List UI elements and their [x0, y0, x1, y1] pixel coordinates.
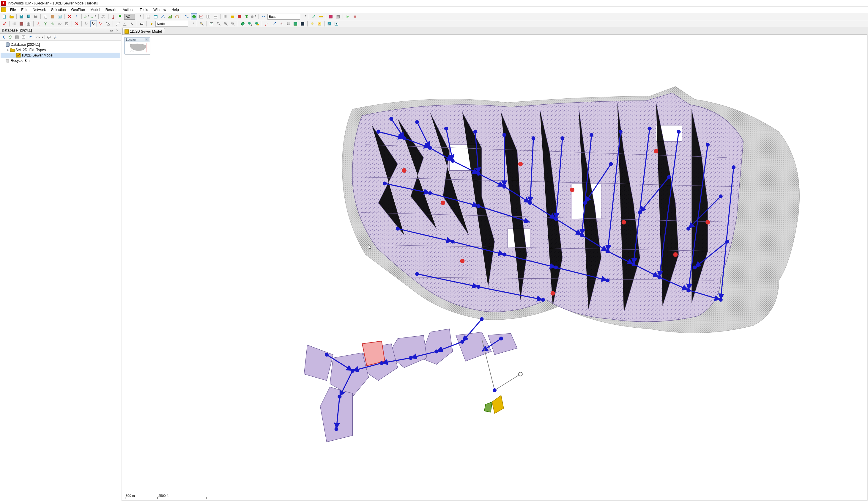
flag-dropdown[interactable] [135, 13, 142, 20]
cut-tool-button[interactable] [100, 13, 107, 20]
document-tab[interactable]: 1D/2D Sewer Model [122, 28, 165, 34]
dissolve-button[interactable] [56, 21, 63, 27]
tree-recycle[interactable]: Recycle Bin [1, 58, 120, 63]
paste-button[interactable] [49, 13, 56, 20]
map-toggle-button[interactable] [191, 13, 197, 20]
globe-button[interactable] [239, 21, 246, 27]
menu-window[interactable]: Window [151, 7, 169, 12]
menu-help[interactable]: Help [169, 7, 181, 12]
save-button[interactable] [18, 13, 25, 20]
check-tool-button[interactable] [18, 21, 25, 27]
undo-history-button[interactable] [56, 13, 63, 20]
light-button[interactable] [309, 21, 316, 27]
sheet-icon[interactable] [14, 34, 20, 40]
newwindow-button[interactable] [152, 13, 159, 20]
layout-a-button[interactable] [205, 13, 211, 20]
menu-model[interactable]: Model [88, 7, 102, 12]
panel-close-icon[interactable]: ✕ [115, 29, 119, 32]
menu-actions[interactable]: Actions [120, 7, 137, 12]
locator-window[interactable]: Locator ✕ [124, 37, 150, 54]
panel-pin-icon[interactable]: ▭ [109, 29, 113, 32]
graph-button[interactable] [198, 13, 204, 20]
select-rect-button[interactable] [105, 21, 111, 27]
undo-button[interactable] [83, 13, 90, 20]
menu-edit[interactable]: Edit [19, 7, 30, 12]
new-button[interactable] [1, 13, 8, 20]
dashed-icon[interactable] [222, 13, 228, 20]
binoculars-icon[interactable] [35, 34, 41, 40]
stop-sim-button[interactable] [351, 13, 358, 20]
print-button[interactable] [32, 13, 39, 20]
network-button[interactable] [184, 13, 190, 20]
import-button[interactable] [333, 21, 340, 27]
collapse-icon[interactable]: ⊟ [7, 49, 10, 51]
locator-close-icon[interactable]: ✕ [145, 38, 149, 41]
help-cursor-button[interactable]: ? [73, 13, 80, 20]
redo-button[interactable] [90, 13, 97, 20]
list-icon[interactable] [21, 34, 26, 40]
menu-file[interactable]: File [8, 7, 18, 12]
sort-icon[interactable] [27, 34, 33, 40]
monitor-icon[interactable] [46, 34, 51, 40]
object-type-field[interactable]: Node [155, 21, 188, 27]
delete-button[interactable] [66, 13, 73, 20]
select-tool-button[interactable] [90, 21, 97, 27]
layers-button[interactable] [243, 13, 250, 20]
zoom-select-button[interactable] [198, 21, 205, 27]
clean-button[interactable] [64, 21, 70, 27]
menu-selection[interactable]: Selection [49, 7, 68, 12]
menu-tools[interactable]: Tools [137, 7, 150, 12]
table-tool-button[interactable] [25, 21, 32, 27]
wand-button[interactable] [311, 13, 317, 20]
back-icon[interactable] [1, 34, 7, 40]
tree-network[interactable]: 1D/2D Sewer Model [1, 53, 120, 58]
open-button[interactable] [8, 13, 15, 20]
ruler-button[interactable] [318, 13, 324, 20]
save-as-button[interactable] [326, 21, 333, 27]
angle-button[interactable] [121, 21, 128, 27]
network-diag-button[interactable] [278, 21, 284, 27]
locator-thumbnail[interactable] [125, 42, 150, 54]
menu-geoplan[interactable]: GeoPlan [69, 7, 87, 12]
copy-button[interactable] [42, 13, 49, 20]
rect-draw-button[interactable] [139, 21, 145, 27]
tree-order-icon[interactable] [53, 34, 58, 40]
validate-button[interactable] [1, 21, 8, 27]
flag-field[interactable]: AG [124, 14, 135, 20]
refresh-icon[interactable] [8, 34, 13, 40]
db-button[interactable] [250, 13, 257, 20]
trace-b-button[interactable] [271, 21, 277, 27]
long-section-button[interactable] [160, 13, 166, 20]
zoom-area-button[interactable] [215, 21, 222, 27]
save-all-button[interactable] [25, 13, 32, 20]
flag-mode-button[interactable] [117, 13, 123, 20]
cancel-edit-button[interactable] [73, 21, 80, 27]
pick-image-button[interactable] [208, 21, 215, 27]
zoom-out-button[interactable] [230, 21, 236, 27]
zoom-in-button[interactable] [223, 21, 229, 27]
tree-group[interactable]: ⊟ Set_2D_Fld_Types [1, 47, 120, 53]
map-area[interactable]: Locator ✕ [122, 34, 867, 500]
hash-button[interactable] [11, 21, 18, 27]
big-close-button[interactable] [299, 21, 306, 27]
results-b-button[interactable] [335, 13, 341, 20]
scenario-field[interactable]: Base [268, 14, 300, 20]
warn-close-button[interactable] [316, 21, 323, 27]
break-link-button[interactable] [260, 13, 267, 20]
results-a-button[interactable] [327, 13, 334, 20]
menu-results[interactable]: Results [103, 7, 120, 12]
split-button[interactable] [35, 21, 42, 27]
close-tool-button[interactable] [292, 21, 299, 27]
grid-button[interactable] [145, 13, 152, 20]
trace-a-button[interactable] [263, 21, 270, 27]
theme-button[interactable] [236, 13, 243, 20]
measure-button[interactable] [115, 21, 121, 27]
locator-header[interactable]: Locator ✕ [125, 38, 150, 42]
pattern-button[interactable] [285, 21, 292, 27]
map-canvas[interactable] [122, 35, 867, 500]
select-arrow-button[interactable] [83, 21, 90, 27]
menu-network[interactable]: Network [30, 7, 48, 12]
new-obj-button[interactable] [148, 21, 155, 27]
3d-view-button[interactable] [174, 13, 181, 20]
layout-b-button[interactable] [212, 13, 219, 20]
